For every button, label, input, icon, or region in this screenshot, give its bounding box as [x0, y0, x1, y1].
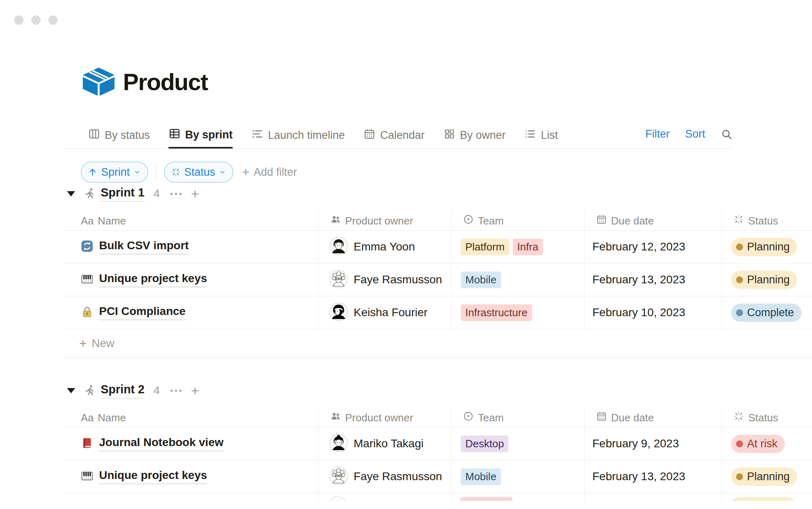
column-header-label: Product owner	[345, 215, 413, 227]
toolbar-actions: Filter Sort	[645, 123, 733, 148]
status-badge: Planning	[731, 468, 797, 486]
page-link: Bulk CSV import	[99, 239, 189, 254]
search-icon[interactable]	[721, 128, 733, 140]
filter-button[interactable]: Filter	[645, 128, 669, 140]
text-property-icon: Aa	[81, 412, 94, 424]
window-controls	[14, 15, 58, 25]
filter-chip-status[interactable]: Status	[164, 162, 234, 183]
status-cell[interactable]: Planning	[721, 231, 812, 263]
tab-calendar[interactable]: Calendar	[363, 123, 425, 148]
column-header-label: Status	[748, 412, 778, 424]
team-cell[interactable]: Desktop	[451, 427, 584, 460]
window-control-dot[interactable]	[14, 15, 24, 25]
page-link: PCI Compliance	[99, 305, 186, 320]
tab-by-status[interactable]: By status	[88, 123, 150, 148]
runner-icon	[83, 187, 96, 200]
tab-launch-timeline[interactable]: Launch timeline	[251, 123, 345, 148]
status-dot-icon	[736, 244, 743, 250]
add-filter-button[interactable]: +Add filter	[242, 166, 297, 179]
status-cell[interactable]: Complete	[721, 296, 812, 329]
team-tag: Mobile	[461, 468, 501, 485]
page-link: Unique project keys	[99, 272, 207, 287]
team-tag	[460, 497, 512, 501]
disclosure-triangle-icon[interactable]	[67, 191, 75, 196]
owner-cell[interactable]: Faye Rasmusson	[318, 263, 451, 296]
window-control-dot[interactable]	[48, 15, 58, 25]
status-label: At risk	[747, 438, 777, 450]
people-icon	[330, 411, 341, 425]
name-cell[interactable]: PCI Compliance	[64, 296, 318, 329]
tab-by-owner[interactable]: By owner	[443, 123, 506, 148]
avatar	[329, 496, 347, 501]
table-row: Unique project keysFaye RasmussonMobileF…	[64, 460, 812, 493]
status-label: Planning	[747, 274, 790, 286]
group-title[interactable]: Sprint 1	[101, 186, 145, 202]
group-table: AaNameProduct ownerTeamDue dateStatusBul…	[64, 211, 812, 358]
filter-chip-sprint[interactable]: Sprint	[81, 162, 148, 183]
status-cell[interactable]: At risk	[721, 427, 812, 460]
column-header-name[interactable]: AaName	[64, 211, 318, 230]
table-row: Unique project keysFaye RasmussonMobileF…	[64, 263, 812, 296]
sort-button[interactable]: Sort	[685, 128, 705, 140]
view-tab-bar: By statusBy sprintLaunch timelineCalenda…	[64, 123, 733, 149]
due-date-cell[interactable]: February 12, 2023	[584, 231, 721, 263]
due-date-cell[interactable]: February 9, 2023	[584, 427, 721, 460]
column-header-label: Name	[98, 215, 126, 227]
group-title[interactable]: Sprint 2	[101, 383, 145, 399]
table-icon	[168, 127, 181, 142]
tab-label: Calendar	[380, 129, 425, 142]
group-more-icon[interactable]	[171, 390, 181, 392]
status-cell[interactable]: Planning	[721, 263, 812, 296]
team-tag: Infrastructure	[461, 304, 532, 321]
team-cell[interactable]: Infrastructure	[451, 296, 584, 329]
disclosure-triangle-icon[interactable]	[67, 388, 75, 393]
column-header-due-date[interactable]: Due date	[584, 211, 721, 230]
owner-cell[interactable]: Faye Rasmusson	[318, 460, 451, 493]
team-cell[interactable]: Mobile	[451, 460, 584, 493]
new-row-button[interactable]: +New	[64, 329, 812, 358]
column-header-team[interactable]: Team	[451, 408, 584, 427]
due-date-cell[interactable]: February 10, 2023	[584, 296, 721, 329]
group-add-icon[interactable]: +	[191, 384, 199, 397]
window-control-dot[interactable]	[31, 15, 41, 25]
column-header-product-owner[interactable]: Product owner	[318, 408, 451, 427]
column-header-status[interactable]: Status	[721, 408, 812, 427]
group-header: Sprint 24+	[64, 380, 812, 401]
aa-icon: Aa	[81, 412, 94, 424]
tab-list[interactable]: List	[524, 123, 558, 148]
column-header-team[interactable]: Team	[451, 211, 584, 230]
team-cell[interactable]: Mobile	[451, 263, 584, 296]
package-icon	[81, 67, 117, 97]
board-icon	[88, 128, 100, 143]
plus-icon: +	[242, 166, 250, 179]
column-header-status[interactable]: Status	[721, 211, 812, 230]
status-badge: At risk	[731, 435, 785, 453]
column-header-name[interactable]: AaName	[64, 408, 318, 427]
status-cell[interactable]: Planning	[721, 460, 812, 493]
arrow-up-icon	[88, 167, 97, 177]
owner-cell[interactable]: Mariko Takagi	[318, 427, 451, 460]
owner-cell[interactable]: Keisha Fourier	[318, 296, 451, 329]
due-date-cell[interactable]: February 13, 2023	[584, 460, 721, 493]
due-date-cell[interactable]: February 13, 2023	[584, 263, 721, 296]
column-divider	[584, 493, 585, 501]
status-badge: Planning	[731, 271, 797, 289]
name-cell[interactable]: Journal Notebook view	[64, 427, 318, 460]
group-more-icon[interactable]	[171, 193, 181, 195]
avatar	[329, 270, 348, 290]
name-cell[interactable]: Unique project keys	[64, 263, 318, 296]
groups-container: Sprint 14+AaNameProduct ownerTeamDue dat…	[64, 183, 812, 501]
runner-icon	[83, 384, 96, 397]
page-link: Journal Notebook view	[99, 436, 224, 451]
table-header-row: AaNameProduct ownerTeamDue dateStatus	[64, 211, 812, 231]
group-add-icon[interactable]: +	[191, 187, 199, 201]
column-header-product-owner[interactable]: Product owner	[318, 211, 451, 230]
owner-cell[interactable]: Emma Yoon	[318, 231, 451, 263]
team-cell[interactable]: PlatformInfra	[451, 231, 584, 263]
name-cell[interactable]: Bulk CSV import	[64, 231, 318, 263]
view-tabs: By statusBy sprintLaunch timelineCalenda…	[64, 123, 558, 148]
column-header-due-date[interactable]: Due date	[584, 408, 721, 427]
name-cell[interactable]: Unique project keys	[64, 460, 318, 493]
tab-by-sprint[interactable]: By sprint	[168, 123, 233, 149]
team-tag: Desktop	[461, 436, 508, 452]
